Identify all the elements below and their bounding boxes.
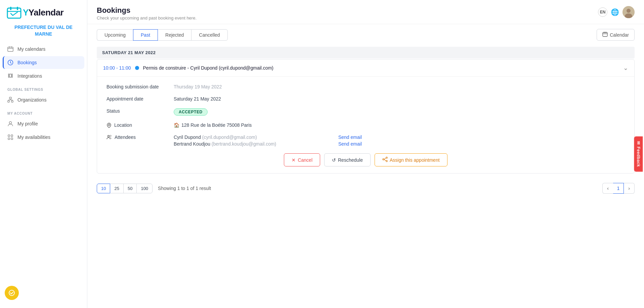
status-value: ACCEPTED [174, 108, 208, 116]
share-icon [382, 157, 388, 163]
sidebar-item-my-profile[interactable]: My profile [3, 117, 84, 130]
page-size-50[interactable]: 50 [123, 184, 136, 193]
page-size-25[interactable]: 25 [110, 184, 123, 193]
svg-line-38 [384, 159, 386, 161]
sidebar-label-my-calendars: My calendars [17, 46, 45, 52]
sidebar-label-bookings: Bookings [17, 60, 37, 65]
main-header: Bookings Check your upcoming and past bo… [87, 0, 644, 24]
assign-button[interactable]: Assign this appointment [375, 153, 447, 166]
grid-icon [7, 134, 13, 140]
sidebar-item-organizations[interactable]: Organizations [3, 93, 84, 106]
tab-past[interactable]: Past [133, 29, 158, 41]
user-avatar[interactable] [622, 6, 635, 18]
sidebar-item-integrations[interactable]: Integrations [3, 70, 84, 82]
content-area: SATURDAY 21 MAY 2022 10:00 - 11:00 Permi… [87, 41, 644, 202]
org-name: PREFECTURE DU VAL DE MARNE [0, 23, 87, 43]
attendees-icon [106, 134, 112, 140]
tab-rejected[interactable]: Rejected [158, 29, 191, 41]
feedback-tab[interactable]: ✉ Feedback [634, 137, 643, 172]
calendar-icon [7, 46, 13, 52]
sidebar-item-my-availabilities[interactable]: My availabilities [3, 131, 84, 144]
svg-point-32 [108, 136, 110, 137]
tabs-left: Upcoming Past Rejected Cancelled [97, 29, 228, 41]
page-title: Bookings [97, 6, 197, 15]
calendar-btn-label: Calendar [610, 32, 629, 38]
booking-header-left: 10:00 - 11:00 Permis de construire - Cyr… [103, 65, 273, 71]
cancel-icon: ✕ [292, 157, 296, 163]
status-label: Status [106, 108, 174, 114]
puzzle-icon [7, 73, 13, 79]
svg-point-18 [9, 122, 12, 124]
tab-upcoming[interactable]: Upcoming [97, 29, 133, 41]
svg-rect-0 [7, 8, 21, 18]
sidebar-nav: My calendars Bookings Integrations GLOBA… [0, 43, 87, 280]
svg-point-34 [386, 157, 387, 158]
svg-rect-7 [11, 46, 12, 48]
status-badge: ACCEPTED [174, 108, 208, 116]
globe-icon[interactable]: 🌐 [611, 8, 619, 16]
section-global-settings: GLOBAL SETTINGS [3, 83, 84, 93]
feedback-label: Feedback [636, 147, 641, 167]
send-email-1-link[interactable]: Send email [338, 134, 362, 140]
svg-rect-2 [17, 7, 18, 10]
section-my-account: MY ACCOUNT [3, 107, 84, 117]
sidebar-label-my-profile: My profile [17, 121, 38, 126]
sidebar-label-integrations: Integrations [17, 73, 42, 79]
svg-rect-30 [606, 32, 606, 33]
submission-date-value: Thursday 19 May 2022 [174, 84, 222, 89]
location-row: Location 🏠128 Rue de la Boétie 75008 Par… [106, 119, 625, 131]
calendar-button[interactable]: Calendar [597, 29, 635, 41]
svg-rect-4 [8, 47, 13, 51]
booking-time: 10:00 - 11:00 [103, 65, 131, 71]
svg-rect-1 [10, 7, 11, 10]
svg-rect-19 [8, 135, 10, 137]
sidebar-item-bookings[interactable]: Bookings [3, 56, 84, 69]
svg-rect-20 [11, 135, 13, 137]
lang-badge: EN [598, 7, 607, 17]
tabs-bar: Upcoming Past Rejected Cancelled Calenda… [87, 24, 644, 41]
date-header: SATURDAY 21 MAY 2022 [97, 47, 635, 59]
assign-label: Assign this appointment [390, 157, 440, 163]
reschedule-label: Reschedule [338, 157, 363, 163]
chevron-down-icon: ⌄ [623, 64, 628, 72]
send-email-2-link[interactable]: Send email [338, 141, 362, 147]
booking-dot [135, 66, 139, 70]
reschedule-button[interactable]: ↺ Reschedule [324, 153, 371, 166]
page-size-100[interactable]: 100 [136, 184, 153, 193]
yellow-action-button[interactable] [5, 286, 19, 300]
sidebar-item-my-calendars[interactable]: My calendars [3, 43, 84, 55]
location-icon [106, 123, 112, 128]
next-page-button[interactable]: › [624, 183, 635, 194]
pagination-left: 10 25 50 100 Showing 1 to 1 of 1 result [97, 184, 211, 193]
cancel-button[interactable]: ✕ Cancel [284, 153, 320, 166]
svg-rect-12 [8, 101, 9, 102]
page-size-10[interactable]: 10 [97, 184, 110, 193]
attendees-value: Cyril Dupond (cyril.dupond@gmail.com) Se… [174, 134, 362, 147]
clock-icon [7, 60, 13, 66]
attendee-row-1: Cyril Dupond (cyril.dupond@gmail.com) Se… [174, 134, 362, 140]
tab-cancelled[interactable]: Cancelled [191, 29, 227, 41]
svg-rect-21 [8, 138, 10, 140]
submission-date-label: Booking submission date [106, 84, 174, 89]
booking-details: Booking submission date Thursday 19 May … [97, 76, 634, 173]
header-right: EN 🌐 [598, 6, 635, 18]
status-row: Status ACCEPTED [106, 105, 625, 119]
svg-line-10 [10, 63, 11, 64]
cancel-label: Cancel [298, 157, 312, 163]
attendee-2-name: Bertrand Koudjou (bertrand.koudjou@gmail… [174, 141, 276, 147]
svg-point-25 [627, 9, 631, 13]
pagination-nav: ‹ 1 › [602, 183, 635, 194]
appointment-date-label: Appointment date [106, 96, 174, 102]
prev-page-button[interactable]: ‹ [602, 183, 613, 194]
svg-point-36 [383, 159, 384, 160]
page-1-button[interactable]: 1 [613, 183, 624, 194]
page-sizes: 10 25 50 100 [97, 184, 153, 193]
booking-card: 10:00 - 11:00 Permis de construire - Cyr… [97, 59, 635, 174]
logo-area: YYalendar [0, 0, 87, 23]
booking-title: Permis de construire - Cyril Dupond (cyr… [143, 65, 273, 71]
home-icon: 🏠 [174, 122, 179, 128]
svg-point-23 [9, 290, 14, 296]
booking-header[interactable]: 10:00 - 11:00 Permis de construire - Cyr… [97, 60, 634, 76]
page-subtitle: Check your upcoming and past booking eve… [97, 15, 197, 21]
svg-rect-22 [11, 138, 13, 140]
